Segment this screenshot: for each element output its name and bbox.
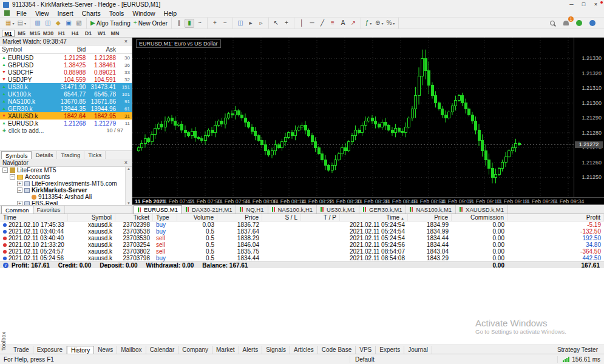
bars-chart-icon[interactable]: ∥ <box>174 19 184 28</box>
chart-window-icon[interactable] <box>4 10 10 16</box>
chart-tab-us30-k-m1[interactable]: US30.k,M1 <box>317 205 359 214</box>
community-button[interactable] <box>574 19 584 28</box>
nav-item-liteforex-mt5[interactable]: −LiteForex MT5 <box>0 167 132 174</box>
zoom-in-icon[interactable]: + <box>210 19 220 28</box>
indicators-icon[interactable]: ƒ▾ <box>364 19 373 28</box>
strategy-tester-icon[interactable]: ▧ <box>74 19 84 28</box>
history-col-time-0[interactable]: Time <box>0 214 68 221</box>
notifications-button[interactable]: 1 <box>561 19 571 28</box>
navigator-scrollbar[interactable]: ▲▼ <box>125 167 132 205</box>
new-chart-icon[interactable]: ▦▾ <box>4 19 15 28</box>
menu-charts[interactable]: Charts <box>78 10 105 17</box>
expander-minus-icon[interactable]: − <box>17 187 22 193</box>
crosshair-icon[interactable]: + <box>282 19 291 28</box>
text-label-icon[interactable]: A <box>338 19 348 28</box>
mw-row-xauusd-k[interactable]: ▼XAUUSD.k1842.641842.9531 <box>0 112 132 120</box>
mw-col-bid[interactable]: Bid <box>55 46 88 53</box>
navigator-close-icon[interactable]: × <box>123 160 129 166</box>
percent-scale-icon[interactable]: %▾ <box>385 19 396 28</box>
minimize-button[interactable]: ─ <box>566 1 577 8</box>
mw-row-eurusd-k[interactable]: ▲EURUSD.k1.212681.2127911 <box>0 120 132 127</box>
menu-insert[interactable]: Insert <box>53 10 78 17</box>
mw-row-eurusd[interactable]: ▲EURUSD1.212581.2128830 <box>0 54 132 61</box>
nav-item-9113354-arshad-ali[interactable]: 9113354: Arshad Ali <box>0 194 132 200</box>
menu-file[interactable]: File <box>12 10 31 17</box>
cursor-icon[interactable]: ↖ <box>271 19 281 28</box>
history-col-commission-10[interactable]: Commission <box>452 214 507 221</box>
history-col-volume-4[interactable]: Volume <box>177 214 217 221</box>
zoom-out-icon[interactable]: − <box>220 19 230 28</box>
time-axis[interactable]: 11 Feb 202111 Feb 07:4211 Feb 07:5011 Fe… <box>132 197 604 204</box>
connection-status[interactable]: 156.61 ms <box>557 356 600 363</box>
mw-add-row[interactable]: + click to add... 10 / 97 <box>0 127 132 134</box>
tab-ticks[interactable]: Ticks <box>84 151 106 159</box>
toolbox-tab-trade[interactable]: Trade <box>10 346 33 354</box>
new-order-button[interactable]: +New Order <box>132 19 169 28</box>
toolbox-tab-calendar[interactable]: Calendar <box>146 346 179 354</box>
candles-chart-icon[interactable]: ▮ <box>185 19 194 28</box>
expander-minus-icon[interactable]: − <box>2 167 8 173</box>
scroll-down-icon[interactable]: ▼ <box>127 201 131 205</box>
toolbox-tab-company[interactable]: Company <box>178 346 212 354</box>
timeframe-m5[interactable]: M5 <box>15 30 28 37</box>
arrow-objects-icon[interactable]: ↗ <box>348 19 358 28</box>
chart-plot[interactable] <box>132 38 574 197</box>
expander-minus-icon[interactable]: − <box>10 174 15 180</box>
strategy-tester-link[interactable]: Strategy Tester <box>557 346 604 353</box>
toolbox-tab-experts[interactable]: Experts <box>376 346 404 354</box>
toolbox-tab-journal[interactable]: Journal <box>404 346 432 354</box>
tab-favorites[interactable]: Favorites <box>33 206 65 214</box>
history-col-t-p-7[interactable]: T / P <box>301 214 340 221</box>
history-col-type-3[interactable]: Type <box>153 214 177 221</box>
history-row-23703530[interactable]: 2021.02.11 03:40:40xauusd.k23703530sell0… <box>0 235 604 241</box>
objects-icon[interactable]: ⊕▾ <box>374 19 384 28</box>
timeframe-h1[interactable]: H1 <box>55 30 68 37</box>
data-window-icon[interactable]: ◫ <box>43 19 53 28</box>
timeframe-m1[interactable]: M1 <box>2 30 15 37</box>
menu-window[interactable]: Window <box>128 10 159 17</box>
timeframe-mn[interactable]: MN <box>109 30 121 37</box>
toolbox-tab-signals[interactable]: Signals <box>262 346 290 354</box>
nav-item-fbs-real[interactable]: +FBS-Real <box>0 200 132 205</box>
history-col-s-l-6[interactable]: S / L <box>262 214 301 221</box>
chart-tab-ger30-k-m1[interactable]: GER30.k,M1 <box>359 205 406 214</box>
toolbox-tab-news[interactable]: News <box>94 346 117 354</box>
history-row-23702398[interactable]: 2021.02.10 17:45:33xauusd.k23702398buy0.… <box>0 221 604 228</box>
menu-help[interactable]: Help <box>160 10 182 17</box>
toolbox-tab-alerts[interactable]: Alerts <box>239 346 263 354</box>
history-row-23703538[interactable]: 2021.02.11 03:40:44xauusd.k23703538buy0.… <box>0 228 604 235</box>
history-col-price-9[interactable]: Price <box>408 214 452 221</box>
navigator-icon[interactable]: ◆ <box>53 19 63 28</box>
profiles-icon[interactable]: ▤▾ <box>16 19 27 28</box>
toolbox-tab-history[interactable]: History <box>67 346 94 354</box>
expander-plus-icon[interactable]: + <box>17 201 22 205</box>
menu-tools[interactable]: Tools <box>105 10 129 17</box>
history-row-23703254[interactable]: 2021.02.10 21:33:20xauusd.k23703254sell0… <box>0 241 604 248</box>
toolbox-tab-code-base[interactable]: Code Base <box>318 346 356 354</box>
history-col-time-8[interactable]: Time▲ <box>340 214 408 221</box>
horizontal-line-icon[interactable]: ─ <box>307 19 317 28</box>
market-watch-close-icon[interactable]: × <box>123 38 129 44</box>
mw-row-nas100-k[interactable]: ▲NAS100.k13670.8513671.8691 <box>0 98 132 105</box>
history-col-price-5[interactable]: Price <box>217 214 262 221</box>
chart-tab-nq-h1[interactable]: NQ,H1 <box>236 205 268 214</box>
status-profile[interactable]: Default <box>350 356 557 363</box>
history-row-23703802[interactable]: 2021.02.11 05:24:57xauusd.k23703802sell0… <box>0 248 604 255</box>
auto-scroll-icon[interactable]: ▸ <box>246 19 256 28</box>
chart-tab-nas100-k-m1[interactable]: NAS100.k,M1 <box>406 205 456 214</box>
fibonacci-icon[interactable]: ≡ <box>328 19 338 28</box>
chart-tab-xauusd-k-m1[interactable]: XAUUSD.k,M1 <box>456 205 508 214</box>
mw-row-usdchf[interactable]: ▼USDCHF0.889880.8902133 <box>0 69 132 76</box>
mw-row-usdjpy[interactable]: ▼USDJPY104.559104.59132 <box>0 76 132 83</box>
mw-col-symbol[interactable]: Symbol <box>0 46 55 53</box>
trendline-icon[interactable]: ╱ <box>317 19 327 28</box>
market-watch-icon[interactable]: ▥ <box>33 19 42 28</box>
search-button[interactable] <box>548 19 557 28</box>
mw-row-uk100-k[interactable]: ▲UK100.k6544.776545.78101 <box>0 90 132 98</box>
toolbox-tab-mailbox[interactable]: Mailbox <box>117 346 146 354</box>
tab-trading[interactable]: Trading <box>57 151 84 159</box>
history-row-23703798[interactable]: 2021.02.11 05:24:56xauusd.k23703798buy0.… <box>0 255 604 261</box>
toolbox-tab-vps[interactable]: VPS <box>356 346 376 354</box>
timeframe-h4[interactable]: H4 <box>69 30 81 37</box>
toolbox-side-label[interactable]: Toolbox <box>1 332 7 351</box>
